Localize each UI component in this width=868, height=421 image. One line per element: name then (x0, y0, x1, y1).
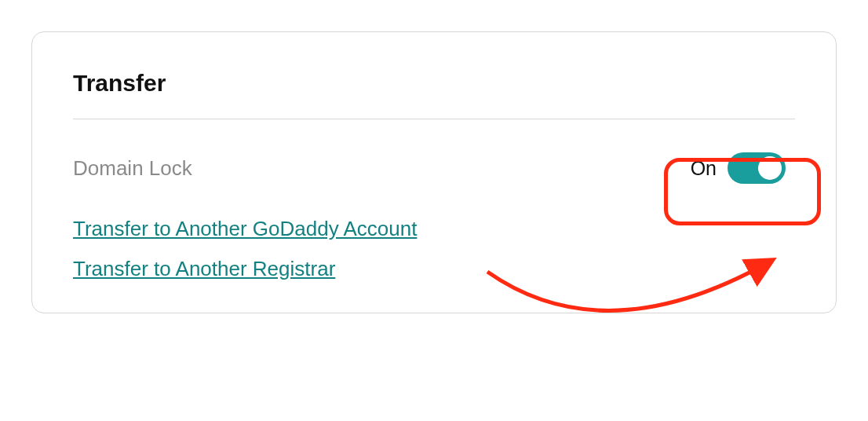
transfer-card: Transfer Domain Lock On Transfer to Anot… (31, 31, 837, 313)
domain-lock-toggle[interactable] (728, 152, 786, 184)
divider (73, 119, 795, 119)
toggle-knob-icon (758, 156, 782, 180)
domain-lock-label: Domain Lock (73, 156, 192, 181)
transfer-account-link[interactable]: Transfer to Another GoDaddy Account (73, 217, 417, 241)
toggle-state-label: On (691, 157, 717, 180)
domain-lock-row: Domain Lock On (73, 148, 795, 189)
transfer-links: Transfer to Another GoDaddy Account Tran… (73, 217, 795, 281)
card-title: Transfer (73, 70, 795, 97)
domain-lock-toggle-container: On (672, 148, 795, 189)
transfer-registrar-link[interactable]: Transfer to Another Registrar (73, 257, 335, 281)
